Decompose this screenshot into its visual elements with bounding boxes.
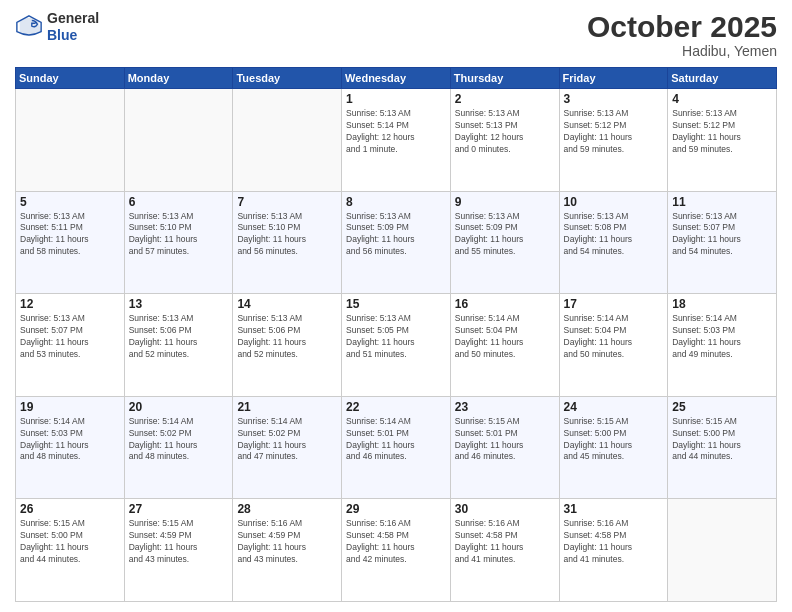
day-number: 3 (564, 92, 664, 106)
day-number: 6 (129, 195, 229, 209)
day-number: 19 (20, 400, 120, 414)
table-row (16, 89, 125, 192)
page: General Blue October 2025 Hadibu, Yemen … (0, 0, 792, 612)
header-friday: Friday (559, 68, 668, 89)
day-info: Sunrise: 5:13 AM Sunset: 5:12 PM Dayligh… (672, 108, 772, 156)
week-row-3: 19Sunrise: 5:14 AM Sunset: 5:03 PM Dayli… (16, 396, 777, 499)
logo: General Blue (15, 10, 99, 44)
table-row: 20Sunrise: 5:14 AM Sunset: 5:02 PM Dayli… (124, 396, 233, 499)
day-info: Sunrise: 5:13 AM Sunset: 5:09 PM Dayligh… (455, 211, 555, 259)
header: General Blue October 2025 Hadibu, Yemen (15, 10, 777, 59)
table-row: 24Sunrise: 5:15 AM Sunset: 5:00 PM Dayli… (559, 396, 668, 499)
day-info: Sunrise: 5:14 AM Sunset: 5:02 PM Dayligh… (129, 416, 229, 464)
day-info: Sunrise: 5:13 AM Sunset: 5:06 PM Dayligh… (129, 313, 229, 361)
table-row: 4Sunrise: 5:13 AM Sunset: 5:12 PM Daylig… (668, 89, 777, 192)
day-number: 1 (346, 92, 446, 106)
day-info: Sunrise: 5:13 AM Sunset: 5:07 PM Dayligh… (20, 313, 120, 361)
day-number: 9 (455, 195, 555, 209)
table-row (668, 499, 777, 602)
table-row: 12Sunrise: 5:13 AM Sunset: 5:07 PM Dayli… (16, 294, 125, 397)
day-number: 29 (346, 502, 446, 516)
location: Hadibu, Yemen (587, 43, 777, 59)
week-row-2: 12Sunrise: 5:13 AM Sunset: 5:07 PM Dayli… (16, 294, 777, 397)
table-row: 16Sunrise: 5:14 AM Sunset: 5:04 PM Dayli… (450, 294, 559, 397)
day-number: 21 (237, 400, 337, 414)
table-row: 22Sunrise: 5:14 AM Sunset: 5:01 PM Dayli… (342, 396, 451, 499)
table-row: 7Sunrise: 5:13 AM Sunset: 5:10 PM Daylig… (233, 191, 342, 294)
day-number: 20 (129, 400, 229, 414)
table-row: 11Sunrise: 5:13 AM Sunset: 5:07 PM Dayli… (668, 191, 777, 294)
table-row: 30Sunrise: 5:16 AM Sunset: 4:58 PM Dayli… (450, 499, 559, 602)
table-row: 8Sunrise: 5:13 AM Sunset: 5:09 PM Daylig… (342, 191, 451, 294)
day-number: 30 (455, 502, 555, 516)
day-number: 10 (564, 195, 664, 209)
table-row: 1Sunrise: 5:13 AM Sunset: 5:14 PM Daylig… (342, 89, 451, 192)
table-row: 19Sunrise: 5:14 AM Sunset: 5:03 PM Dayli… (16, 396, 125, 499)
table-row (233, 89, 342, 192)
day-info: Sunrise: 5:16 AM Sunset: 4:58 PM Dayligh… (346, 518, 446, 566)
day-info: Sunrise: 5:13 AM Sunset: 5:14 PM Dayligh… (346, 108, 446, 156)
day-info: Sunrise: 5:15 AM Sunset: 5:00 PM Dayligh… (672, 416, 772, 464)
table-row: 6Sunrise: 5:13 AM Sunset: 5:10 PM Daylig… (124, 191, 233, 294)
table-row: 9Sunrise: 5:13 AM Sunset: 5:09 PM Daylig… (450, 191, 559, 294)
table-row: 29Sunrise: 5:16 AM Sunset: 4:58 PM Dayli… (342, 499, 451, 602)
day-number: 14 (237, 297, 337, 311)
day-info: Sunrise: 5:13 AM Sunset: 5:08 PM Dayligh… (564, 211, 664, 259)
header-saturday: Saturday (668, 68, 777, 89)
day-number: 5 (20, 195, 120, 209)
day-info: Sunrise: 5:16 AM Sunset: 4:59 PM Dayligh… (237, 518, 337, 566)
day-info: Sunrise: 5:13 AM Sunset: 5:07 PM Dayligh… (672, 211, 772, 259)
day-number: 17 (564, 297, 664, 311)
table-row: 5Sunrise: 5:13 AM Sunset: 5:11 PM Daylig… (16, 191, 125, 294)
week-row-1: 5Sunrise: 5:13 AM Sunset: 5:11 PM Daylig… (16, 191, 777, 294)
month-title: October 2025 (587, 10, 777, 43)
header-tuesday: Tuesday (233, 68, 342, 89)
day-info: Sunrise: 5:15 AM Sunset: 5:00 PM Dayligh… (564, 416, 664, 464)
table-row: 15Sunrise: 5:13 AM Sunset: 5:05 PM Dayli… (342, 294, 451, 397)
weekday-header-row: Sunday Monday Tuesday Wednesday Thursday… (16, 68, 777, 89)
header-sunday: Sunday (16, 68, 125, 89)
logo-icon (15, 13, 43, 41)
table-row: 14Sunrise: 5:13 AM Sunset: 5:06 PM Dayli… (233, 294, 342, 397)
day-number: 11 (672, 195, 772, 209)
day-number: 8 (346, 195, 446, 209)
day-info: Sunrise: 5:14 AM Sunset: 5:04 PM Dayligh… (564, 313, 664, 361)
day-info: Sunrise: 5:14 AM Sunset: 5:02 PM Dayligh… (237, 416, 337, 464)
day-info: Sunrise: 5:14 AM Sunset: 5:03 PM Dayligh… (672, 313, 772, 361)
table-row: 25Sunrise: 5:15 AM Sunset: 5:00 PM Dayli… (668, 396, 777, 499)
day-info: Sunrise: 5:13 AM Sunset: 5:10 PM Dayligh… (237, 211, 337, 259)
table-row: 31Sunrise: 5:16 AM Sunset: 4:58 PM Dayli… (559, 499, 668, 602)
title-block: October 2025 Hadibu, Yemen (587, 10, 777, 59)
day-number: 4 (672, 92, 772, 106)
day-number: 24 (564, 400, 664, 414)
logo-blue: Blue (47, 27, 99, 44)
week-row-0: 1Sunrise: 5:13 AM Sunset: 5:14 PM Daylig… (16, 89, 777, 192)
day-number: 26 (20, 502, 120, 516)
day-number: 22 (346, 400, 446, 414)
day-number: 16 (455, 297, 555, 311)
day-info: Sunrise: 5:14 AM Sunset: 5:01 PM Dayligh… (346, 416, 446, 464)
day-number: 15 (346, 297, 446, 311)
day-info: Sunrise: 5:16 AM Sunset: 4:58 PM Dayligh… (455, 518, 555, 566)
calendar: Sunday Monday Tuesday Wednesday Thursday… (15, 67, 777, 602)
day-number: 13 (129, 297, 229, 311)
table-row: 23Sunrise: 5:15 AM Sunset: 5:01 PM Dayli… (450, 396, 559, 499)
table-row: 26Sunrise: 5:15 AM Sunset: 5:00 PM Dayli… (16, 499, 125, 602)
table-row: 18Sunrise: 5:14 AM Sunset: 5:03 PM Dayli… (668, 294, 777, 397)
table-row: 27Sunrise: 5:15 AM Sunset: 4:59 PM Dayli… (124, 499, 233, 602)
day-number: 27 (129, 502, 229, 516)
logo-general: General (47, 10, 99, 27)
table-row: 17Sunrise: 5:14 AM Sunset: 5:04 PM Dayli… (559, 294, 668, 397)
header-monday: Monday (124, 68, 233, 89)
table-row: 21Sunrise: 5:14 AM Sunset: 5:02 PM Dayli… (233, 396, 342, 499)
table-row: 2Sunrise: 5:13 AM Sunset: 5:13 PM Daylig… (450, 89, 559, 192)
day-number: 28 (237, 502, 337, 516)
day-number: 23 (455, 400, 555, 414)
day-info: Sunrise: 5:13 AM Sunset: 5:06 PM Dayligh… (237, 313, 337, 361)
day-info: Sunrise: 5:13 AM Sunset: 5:12 PM Dayligh… (564, 108, 664, 156)
day-info: Sunrise: 5:13 AM Sunset: 5:05 PM Dayligh… (346, 313, 446, 361)
day-info: Sunrise: 5:16 AM Sunset: 4:58 PM Dayligh… (564, 518, 664, 566)
table-row: 10Sunrise: 5:13 AM Sunset: 5:08 PM Dayli… (559, 191, 668, 294)
day-number: 12 (20, 297, 120, 311)
day-number: 2 (455, 92, 555, 106)
